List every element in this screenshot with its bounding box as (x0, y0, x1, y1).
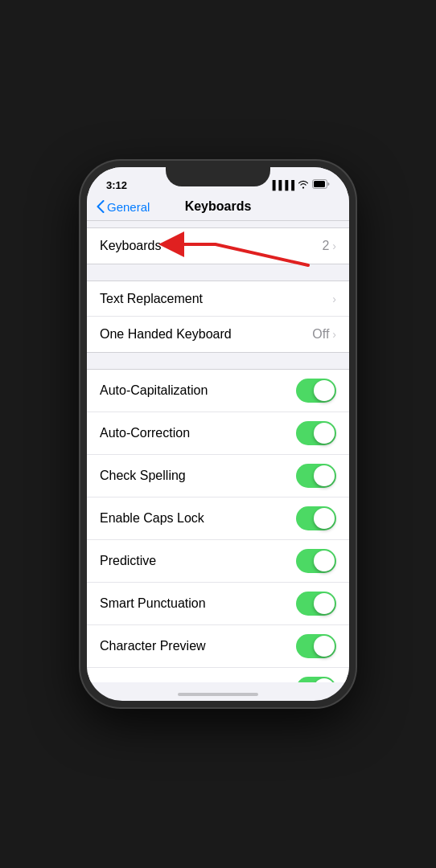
text-section: Text Replacement › One Handed Keyboard O… (87, 280, 349, 353)
phone-frame: 3:12 ▐▐▐▐ (80, 161, 356, 707)
status-time: 3:12 (106, 179, 127, 191)
one-handed-value: Off (312, 327, 329, 342)
one-handed-label: One Handed Keyboard (100, 327, 232, 342)
caps-lock-label: Enable Caps Lock (100, 511, 204, 526)
gap (87, 221, 349, 227)
text-replacement-label: Text Replacement (100, 292, 203, 306)
toggle-row-auto-cap: Auto-Capitalization (87, 370, 349, 412)
check-spelling-toggle[interactable] (296, 464, 336, 488)
one-handed-chevron-icon: › (332, 328, 336, 341)
toggle-row-check-spelling: Check Spelling (87, 455, 349, 497)
caps-lock-toggle[interactable] (296, 506, 336, 530)
auto-correct-label: Auto-Correction (100, 426, 190, 440)
battery-icon (312, 179, 330, 190)
notch (166, 167, 270, 186)
shortcut-toggle[interactable] (296, 677, 336, 682)
nav-bar: General Keyboards (87, 196, 349, 221)
svg-rect-1 (314, 181, 325, 187)
one-handed-row[interactable]: One Handed Keyboard Off › (87, 317, 349, 352)
text-replacement-right: › (332, 293, 336, 305)
auto-correct-toggle[interactable] (296, 421, 336, 445)
gap2 (87, 264, 349, 280)
smart-punct-toggle[interactable] (296, 592, 336, 616)
predictive-label: Predictive (100, 554, 156, 568)
toggle-row-shortcut: "." Shortcut (87, 668, 349, 682)
page-title: Keyboards (185, 199, 252, 214)
phone-screen: 3:12 ▐▐▐▐ (87, 167, 349, 701)
auto-cap-label: Auto-Capitalization (100, 383, 208, 398)
one-handed-right: Off › (312, 327, 336, 342)
text-replacement-row[interactable]: Text Replacement › (87, 281, 349, 317)
signal-icon: ▐▐▐▐ (269, 180, 294, 190)
toggles-section: Auto-Capitalization Auto-Correction Chec… (87, 369, 349, 682)
predictive-toggle[interactable] (296, 549, 336, 573)
keyboards-right: 2 › (322, 239, 336, 253)
keyboards-label: Keyboards (100, 239, 162, 253)
status-icons: ▐▐▐▐ (269, 179, 330, 190)
auto-cap-toggle[interactable] (296, 379, 336, 403)
toggle-row-char-preview: Character Preview (87, 625, 349, 668)
smart-punct-label: Smart Punctuation (100, 596, 206, 611)
text-replacement-chevron-icon: › (332, 293, 336, 305)
shortcut-label: "." Shortcut (100, 682, 164, 682)
keyboards-section: Keyboards 2 › (87, 227, 349, 264)
gap3 (87, 353, 349, 369)
back-label: General (107, 200, 150, 214)
content-area: Keyboards 2 › (87, 221, 349, 682)
toggle-row-smart-punct: Smart Punctuation (87, 583, 349, 625)
back-button[interactable]: General (97, 200, 150, 214)
char-preview-toggle[interactable] (296, 634, 336, 658)
toggle-row-predictive: Predictive (87, 540, 349, 583)
keyboards-chevron-icon: › (332, 240, 336, 252)
check-spelling-label: Check Spelling (100, 469, 186, 483)
keyboards-count: 2 (322, 239, 329, 253)
home-indicator (178, 693, 258, 696)
keyboards-row[interactable]: Keyboards 2 › (87, 228, 349, 264)
annotation-arrow (135, 227, 312, 271)
toggle-row-auto-correct: Auto-Correction (87, 412, 349, 455)
wifi-icon (298, 180, 309, 190)
char-preview-label: Character Preview (100, 639, 206, 653)
toggle-row-caps-lock: Enable Caps Lock (87, 497, 349, 540)
